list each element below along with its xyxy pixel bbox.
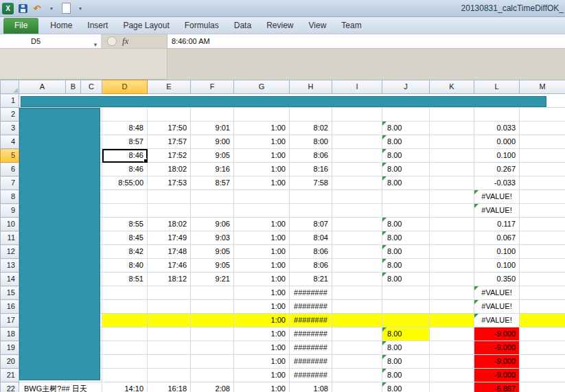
cell-L8[interactable]: #VALUE! [474, 190, 520, 204]
cell-H13[interactable]: 8:06 [290, 259, 332, 273]
cell-G15[interactable]: 1:00 [234, 286, 290, 300]
cell-K9[interactable] [430, 204, 474, 218]
cell-J6[interactable]: 8.00 [382, 163, 430, 176]
cell-K21[interactable] [430, 369, 474, 382]
cell-E10[interactable]: 18:02 [148, 218, 191, 231]
cell-L18[interactable]: -9.000 [474, 327, 520, 341]
column-header-I[interactable]: I [332, 80, 382, 94]
cell-H20[interactable]: ######## [290, 355, 332, 369]
cell-I3[interactable] [332, 122, 382, 135]
cell-H6[interactable]: 8:16 [290, 163, 332, 176]
cell-K15[interactable] [430, 286, 474, 300]
cell-I20[interactable] [332, 355, 382, 369]
name-box[interactable]: D5 ▼ [0, 34, 102, 48]
cell-D12[interactable]: 8:42 [102, 245, 148, 259]
cell-L6[interactable]: 0.267 [474, 163, 520, 176]
cell-L12[interactable]: 0.100 [474, 245, 520, 259]
cell-D22[interactable]: 14:10 [102, 382, 148, 392]
cell-G3[interactable]: 1:00 [234, 122, 290, 135]
column-header-E[interactable]: E [148, 80, 191, 94]
column-header-D[interactable]: D [102, 80, 148, 94]
cell-F17[interactable] [191, 314, 234, 327]
cell-G10[interactable]: 1:00 [234, 218, 290, 231]
ribbon-tab-page-layout[interactable]: Page Layout [115, 18, 176, 34]
cell-I19[interactable] [332, 341, 382, 355]
cell-G21[interactable]: 1:00 [234, 369, 290, 382]
cell-M11[interactable] [520, 231, 565, 245]
cell-H9[interactable] [290, 204, 332, 218]
cell-A22[interactable]: BWG主树?## 日天 [19, 382, 102, 392]
cell-G22[interactable]: 1:00 [234, 382, 290, 392]
cell-F9[interactable] [191, 204, 234, 218]
cell-D3[interactable]: 8:48 [102, 122, 148, 135]
cell-I22[interactable] [332, 382, 382, 392]
cell-G8[interactable] [234, 190, 290, 204]
cell-J13[interactable]: 8.00 [382, 259, 430, 273]
cell-J8[interactable] [382, 190, 430, 204]
cell-M4[interactable] [520, 135, 565, 149]
cell-K19[interactable] [430, 341, 474, 355]
row-header-5[interactable]: 5 [1, 149, 19, 163]
cell-H3[interactable]: 8:02 [290, 122, 332, 135]
cell-E3[interactable]: 17:50 [148, 122, 191, 135]
cell-F11[interactable]: 9:03 [191, 231, 234, 245]
cell-I14[interactable] [332, 273, 382, 286]
row-header-2[interactable]: 2 [1, 108, 19, 122]
cell-I18[interactable] [332, 327, 382, 341]
cell-J9[interactable] [382, 204, 430, 218]
cell-E17[interactable] [148, 314, 191, 327]
cell-I16[interactable] [332, 300, 382, 314]
cell-H22[interactable]: 1:08 [290, 382, 332, 392]
cell-F18[interactable] [191, 327, 234, 341]
cell-L3[interactable]: 0.033 [474, 122, 520, 135]
cell-J19[interactable]: 8.00 [382, 341, 430, 355]
cell-K13[interactable] [430, 259, 474, 273]
cell-I2[interactable] [332, 108, 382, 122]
ribbon-tab-review[interactable]: Review [259, 18, 301, 34]
cell-F4[interactable]: 9:00 [191, 135, 234, 149]
cell-H16[interactable]: ######## [290, 300, 332, 314]
row-header-9[interactable]: 9 [1, 204, 19, 218]
cell-M14[interactable] [520, 273, 565, 286]
cell-M21[interactable] [520, 369, 565, 382]
cell-L15[interactable]: #VALUE! [474, 286, 520, 300]
quick-access-options-dropdown[interactable]: ▾ [75, 3, 86, 14]
cell-G13[interactable]: 1:00 [234, 259, 290, 273]
cell-G6[interactable]: 1:00 [234, 163, 290, 176]
cell-E21[interactable] [148, 369, 191, 382]
cell-J4[interactable]: 8.00 [382, 135, 430, 149]
cell-H21[interactable]: ######## [290, 369, 332, 382]
row-header-3[interactable]: 3 [1, 122, 19, 135]
cell-K17[interactable] [430, 314, 474, 327]
left-column-redaction-block[interactable] [19, 108, 100, 380]
cell-I4[interactable] [332, 135, 382, 149]
cell-J21[interactable]: 8.00 [382, 369, 430, 382]
row-header-11[interactable]: 11 [1, 231, 19, 245]
cell-D7[interactable]: 8:55:00 [102, 176, 148, 190]
cell-K2[interactable] [430, 108, 474, 122]
cell-I10[interactable] [332, 218, 382, 231]
cell-K11[interactable] [430, 231, 474, 245]
cell-E18[interactable] [148, 327, 191, 341]
cell-L13[interactable]: 0.100 [474, 259, 520, 273]
row-header-10[interactable]: 10 [1, 218, 19, 231]
select-all-corner[interactable] [1, 80, 19, 94]
column-header-F[interactable]: F [191, 80, 234, 94]
cell-D18[interactable] [102, 327, 148, 341]
cell-L14[interactable]: 0.350 [474, 273, 520, 286]
cell-E14[interactable]: 18:12 [148, 273, 191, 286]
cell-D5[interactable]: 8:46 [102, 149, 148, 163]
row-header-1[interactable]: 1 [1, 94, 19, 108]
cell-F13[interactable]: 9:05 [191, 259, 234, 273]
cell-D15[interactable] [102, 286, 148, 300]
new-document-button[interactable] [60, 3, 71, 14]
cell-J10[interactable]: 8.00 [382, 218, 430, 231]
cell-F12[interactable]: 9:05 [191, 245, 234, 259]
column-header-K[interactable]: K [430, 80, 474, 94]
cell-M19[interactable] [520, 341, 565, 355]
cell-J11[interactable]: 8.00 [382, 231, 430, 245]
cell-E9[interactable] [148, 204, 191, 218]
cell-D20[interactable] [102, 355, 148, 369]
cell-E8[interactable] [148, 190, 191, 204]
cell-K4[interactable] [430, 135, 474, 149]
